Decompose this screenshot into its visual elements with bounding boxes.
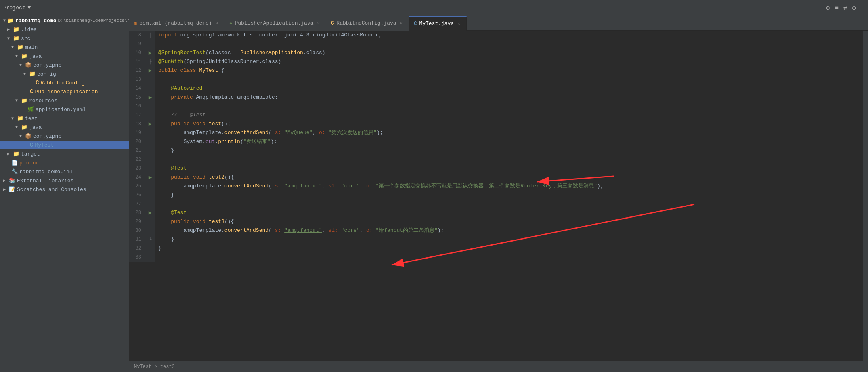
com-yzpnb-test-label: com.yzpnb bbox=[33, 133, 61, 139]
sidebar-item-test[interactable]: ▼ 📁 test bbox=[0, 114, 129, 123]
tab-rabbitmq-config[interactable]: C RabbitmqConfig.java × bbox=[326, 16, 409, 31]
gutter-13 bbox=[145, 75, 155, 84]
gutter-30 bbox=[145, 226, 155, 235]
gutter-23 bbox=[145, 164, 155, 173]
settings-icon[interactable]: ⚙ bbox=[852, 4, 856, 12]
code-text-12: public class MyTest { bbox=[155, 66, 224, 75]
fold-icon-31[interactable]: └ bbox=[149, 235, 152, 244]
sidebar-item-main[interactable]: ▼ 📁 main bbox=[0, 43, 129, 52]
sidebar-item-config[interactable]: ▼ 📁 config bbox=[0, 69, 129, 78]
line-19: 19 amqpTemplate.convertAndSend( s: "MyQu… bbox=[129, 128, 604, 137]
src-folder-icon: 📁 bbox=[13, 35, 19, 42]
rabbitmq-tab-close[interactable]: × bbox=[399, 21, 404, 26]
src-label: src bbox=[21, 36, 30, 42]
run-icon-24[interactable]: ▶ bbox=[149, 173, 152, 182]
code-text-32: } bbox=[155, 244, 161, 253]
gutter-14 bbox=[145, 84, 155, 93]
navigate-icon[interactable]: ⊕ bbox=[826, 4, 830, 12]
minimize-icon[interactable]: — bbox=[861, 4, 865, 12]
run-icon-12[interactable]: ▶ bbox=[149, 66, 152, 75]
scratches-arrow: ▶ bbox=[3, 187, 7, 192]
rabbitmq-tab-label: RabbitmqConfig.java bbox=[336, 20, 396, 26]
project-dropdown[interactable]: Project ▼ bbox=[3, 5, 31, 11]
java-test-label: java bbox=[29, 124, 42, 130]
gutter-20 bbox=[145, 137, 155, 146]
gutter-9 bbox=[145, 40, 155, 48]
sidebar-item-src[interactable]: ▼ 📁 src bbox=[0, 34, 129, 43]
linenum-11: 11 bbox=[129, 57, 145, 66]
sidebar-item-java-main[interactable]: ▼ 📁 java bbox=[0, 52, 129, 61]
publisher-tab-close[interactable]: × bbox=[316, 21, 321, 26]
editor-area: m pom.xml (rabbitmq_demo) × ☘ PublisherA… bbox=[129, 16, 868, 372]
sync-icon[interactable]: ⇄ bbox=[843, 4, 847, 12]
tab-mytest[interactable]: C MyTest.java × bbox=[409, 16, 467, 31]
linenum-17: 17 bbox=[129, 111, 145, 120]
gutter-17 bbox=[145, 111, 155, 120]
right-scrollbar[interactable] bbox=[863, 31, 868, 361]
tab-publisher-app[interactable]: ☘ PublisherApplication.java × bbox=[224, 16, 326, 31]
sidebar-item-idea[interactable]: ▶ 📁 .idea bbox=[0, 25, 129, 34]
tab-pom-xml[interactable]: m pom.xml (rabbitmq_demo) × bbox=[129, 16, 224, 31]
sidebar-item-com-yzpnb-main[interactable]: ▼ 📦 com.yzpnb bbox=[0, 61, 129, 69]
sidebar-item-pom-xml[interactable]: 📄 pom.xml bbox=[0, 158, 129, 167]
run-icon-28[interactable]: ▶ bbox=[149, 208, 152, 217]
linenum-30: 30 bbox=[129, 226, 145, 235]
sidebar-root[interactable]: ▼ 📁 rabbitmq_demo D:\biancheng\IdeaProje… bbox=[0, 16, 129, 25]
sidebar-item-app-yaml[interactable]: 🌿 application.yaml bbox=[0, 105, 129, 114]
linenum-13: 13 bbox=[129, 75, 145, 84]
src-arrow: ▼ bbox=[7, 36, 11, 41]
sidebar-item-resources[interactable]: ▼ 📁 resources bbox=[0, 96, 129, 105]
resources-arrow: ▼ bbox=[15, 99, 19, 103]
linenum-33: 33 bbox=[129, 253, 145, 262]
line-31: 31 └ } bbox=[129, 235, 604, 244]
sidebar-item-target[interactable]: ▶ 📁 target bbox=[0, 149, 129, 158]
sidebar-item-external-libs[interactable]: ▶ 📚 External Libraries bbox=[0, 176, 129, 185]
sidebar-item-scratches[interactable]: ▶ 📝 Scratches and Consoles bbox=[0, 185, 129, 194]
sidebar-item-com-yzpnb-test[interactable]: ▼ 📦 com.yzpnb bbox=[0, 132, 129, 141]
linenum-32: 32 bbox=[129, 244, 145, 253]
code-text-19: amqpTemplate.convertAndSend( s: "MyQueue… bbox=[155, 128, 383, 137]
code-text-25: amqpTemplate.convertAndSend( s: "amq.fan… bbox=[155, 182, 604, 191]
sidebar-item-iml[interactable]: 🔧 rabbitmq_demo.iml bbox=[0, 167, 129, 176]
java-main-label: java bbox=[29, 53, 42, 59]
root-arrow: ▼ bbox=[3, 19, 6, 23]
code-editor[interactable]: 8 ├ import org.springframework.test.cont… bbox=[129, 31, 863, 361]
sidebar-item-java-test[interactable]: ▼ 📁 java bbox=[0, 123, 129, 132]
gutter-19 bbox=[145, 128, 155, 137]
target-arrow: ▶ bbox=[7, 151, 11, 156]
iml-icon: 🔧 bbox=[11, 168, 18, 175]
iml-label: rabbitmq_demo.iml bbox=[19, 169, 73, 175]
gutter-32 bbox=[145, 244, 155, 253]
code-text-11: @RunWith(SpringJUnit4ClassRunner.class) bbox=[155, 57, 281, 66]
sidebar-item-publisher-app[interactable]: C PublisherApplication bbox=[0, 87, 129, 96]
fold-icon-8[interactable]: ├ bbox=[149, 31, 152, 40]
line-16: 16 bbox=[129, 102, 604, 111]
java-test-folder-icon: 📁 bbox=[21, 124, 27, 130]
root-path: D:\biancheng\IdeaProjects\rab bbox=[58, 18, 129, 23]
fold-icon-11[interactable]: ├ bbox=[149, 57, 152, 66]
gutter-31: └ bbox=[145, 235, 155, 244]
run-icon-15[interactable]: ▶ bbox=[149, 93, 152, 102]
pom-tab-close[interactable]: × bbox=[214, 21, 220, 26]
line-18: 18 ▶ public void test(){ bbox=[129, 120, 604, 128]
yaml-icon: 🌿 bbox=[27, 106, 34, 113]
test-folder-icon: 📁 bbox=[17, 115, 23, 122]
tabs-bar: m pom.xml (rabbitmq_demo) × ☘ PublisherA… bbox=[129, 16, 868, 31]
run-icon-10[interactable]: ▶ bbox=[149, 48, 152, 57]
line-13: 13 bbox=[129, 75, 604, 84]
code-text-33 bbox=[155, 253, 161, 262]
sidebar-item-mytest[interactable]: C MyTest bbox=[0, 141, 129, 149]
sidebar-item-rabbitmq-config[interactable]: C RabbitmqConfig bbox=[0, 78, 129, 87]
structure-icon[interactable]: ≡ bbox=[835, 4, 839, 12]
root-folder-icon: 📁 bbox=[7, 17, 14, 24]
line-11: 11 ├ @RunWith(SpringJUnit4ClassRunner.cl… bbox=[129, 57, 604, 66]
mytest-tab-close[interactable]: × bbox=[456, 21, 461, 27]
com-yzpnb-test-arrow: ▼ bbox=[19, 134, 23, 139]
pom-xml-label: pom.xml bbox=[19, 160, 42, 166]
gutter-12: ▶ bbox=[145, 66, 155, 75]
line-26: 26 } bbox=[129, 191, 604, 200]
run-icon-18[interactable]: ▶ bbox=[149, 120, 152, 128]
java-main-folder-icon: 📁 bbox=[21, 53, 27, 59]
idea-folder-icon: 📁 bbox=[13, 26, 19, 33]
code-lines: 8 ├ import org.springframework.test.cont… bbox=[129, 31, 604, 361]
